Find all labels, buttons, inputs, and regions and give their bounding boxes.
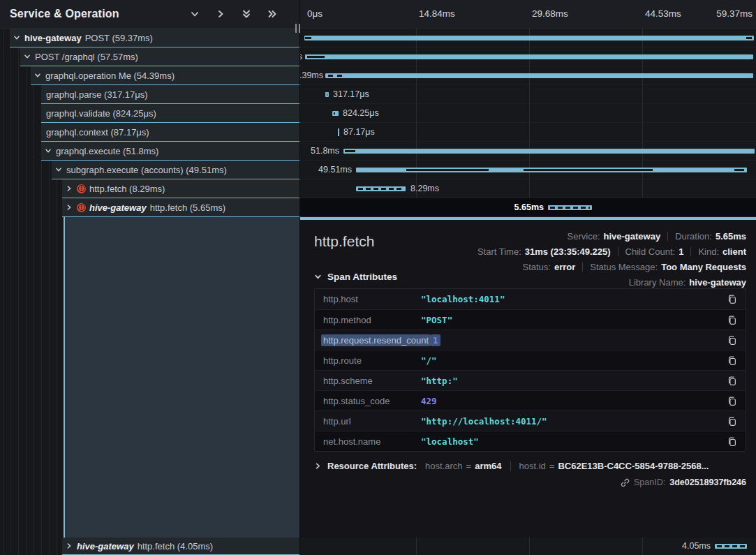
span-label: graphql.parse (317.17μs) [46,89,148,100]
span-bar[interactable] [332,111,339,116]
span-bar[interactable] [715,544,747,549]
span-bar-row[interactable]: 87.17μs [300,123,756,142]
chevron-right-icon [314,462,322,470]
span-bar-row[interactable]: 49.51ms [300,161,756,179]
attribute-row[interactable]: http.status_code 429 [315,390,746,410]
span-label: graphql.execute (51.8ms) [56,146,158,156]
span-duration-label: 317.17μs [333,85,369,104]
span-bar-row[interactable]: 317.17μs [300,85,756,104]
span-row-post-graphql[interactable]: POST /graphql (57.57ms) [20,47,299,66]
span-label: subgraph.execute (accounts) (49.51ms) [66,165,227,175]
span-row-graphql-parse[interactable]: graphql.parse (317.17μs) [41,85,299,104]
span-service-name: hive-gateway [77,541,134,552]
span-bar-row[interactable] [300,29,756,47]
resource-attributes-row[interactable]: Resource Attributes: host.arch = arm64 h… [314,461,746,471]
meta-value: hive-gateway [604,231,661,242]
attribute-value: "http:" [421,376,458,386]
span-bar-row[interactable]: 8.29ms [300,179,756,198]
span-duration-label: 8.29ms [410,179,439,198]
span-duration-label: 4.05ms [682,538,711,555]
span-bar-row-selected[interactable]: 5.65ms [300,198,756,217]
attribute-row[interactable]: http.route "/" [315,350,746,370]
section-title: Resource Attributes: [327,461,417,471]
span-bar-row[interactable]: 4.05ms [300,538,756,555]
chevron-down-icon[interactable] [13,34,21,42]
selected-span-detail-spacer [64,217,300,538]
equals-sign: = [549,461,555,471]
collapse-one-icon[interactable] [190,9,200,19]
span-service-name: hive-gateway [89,202,147,213]
expand-one-icon[interactable] [216,9,225,19]
span-bar[interactable] [305,54,753,59]
meta-label: Kind: [698,246,719,257]
copy-icon[interactable] [727,335,737,346]
attribute-row[interactable]: http.host "localhost:4011" [315,289,746,309]
resource-key: host.arch [425,461,462,471]
copy-icon[interactable] [727,294,737,304]
span-row-http-fetch-4ms[interactable]: hive-gateway http.fetch (4.05ms) [62,538,299,555]
span-row-graphql-operation[interactable]: graphql.operation Me (54.39ms) [31,66,299,85]
chevron-right-icon[interactable] [65,542,73,550]
panel-resize-handle-icon[interactable] [295,24,300,33]
copy-icon[interactable] [727,436,737,447]
span-bar[interactable] [356,168,747,172]
meta-value: client [722,246,746,257]
attribute-row[interactable]: http.scheme "http:" [315,370,746,390]
attribute-key: http.status_code [323,396,421,406]
link-icon[interactable] [621,478,630,487]
span-bar[interactable] [548,205,592,210]
attribute-value: 429 [421,396,437,406]
span-row-graphql-context[interactable]: graphql.context (87.17μs) [41,123,299,142]
attribute-row[interactable]: http.url "http://localhost:4011/" [315,410,746,431]
chevron-down-icon[interactable] [54,165,63,174]
meta-line: Status:error Status Message:Too Many Req… [477,259,746,274]
chevron-down-icon [314,273,322,281]
span-bar-row[interactable]: 51.8ms [300,142,756,161]
span-row-subgraph-execute[interactable]: subgraph.execute (accounts) (49.51ms) [52,161,299,179]
copy-icon[interactable] [727,416,737,427]
copy-icon[interactable] [727,315,737,325]
span-label: graphql.validate (824.25μs) [46,108,156,119]
attribute-key: http.route [323,355,421,366]
span-bar-row[interactable]: 54.39ms [300,66,756,85]
axis-tick: 44.53ms [645,8,681,19]
chevron-down-icon[interactable] [44,147,52,155]
attribute-row[interactable]: net.host.name "localhost" [315,431,746,451]
chevron-right-icon[interactable] [65,184,73,193]
attribute-value: "POST" [421,315,452,325]
meta-value: hive-gateway [689,277,746,288]
span-service-name: hive-gateway [24,33,82,43]
attribute-row-selected-text[interactable]: http.request.resend_count 1 [315,330,746,350]
span-duration-label: 824.25μs [343,104,379,123]
span-row-http-fetch-8ms[interactable]: http.fetch (8.29ms) [62,179,299,198]
span-attributes-table: http.host "localhost:4011" http.method "… [314,288,746,452]
span-bar[interactable] [343,149,755,154]
collapse-all-icon[interactable] [242,9,251,19]
span-bar[interactable] [304,36,754,40]
chevron-right-icon[interactable] [65,203,73,212]
span-bar[interactable] [338,128,339,136]
axis-tick: 59.37ms [716,8,753,19]
copy-icon[interactable] [727,396,737,406]
span-row-hive-gateway-post[interactable]: hive-gateway POST (59.37ms) [10,29,299,47]
meta-value: 1 [679,246,683,257]
axis-tick: 29.68ms [532,8,568,19]
meta-value: error [554,262,575,272]
attribute-value: 1 [431,335,440,346]
span-bar[interactable] [356,186,406,191]
span-row-graphql-execute[interactable]: graphql.execute (51.8ms) [41,142,299,161]
copy-icon[interactable] [727,355,737,366]
chevron-down-icon[interactable] [34,71,42,80]
span-row-http-fetch-5ms-selected[interactable]: hive-gateway http.fetch (5.65ms) [62,198,299,217]
span-bar-row[interactable]: 57.57ms [300,47,756,66]
copy-icon[interactable] [727,376,737,386]
attribute-value: "localhost:4011" [421,294,505,304]
span-label: http.fetch (5.65ms) [150,202,225,213]
expand-all-icon[interactable] [267,9,277,19]
attribute-row[interactable]: http.method "POST" [315,309,746,330]
span-row-graphql-validate[interactable]: graphql.validate (824.25μs) [41,104,299,123]
chevron-down-icon[interactable] [23,52,31,61]
span-bar-row[interactable]: 824.25μs [300,104,756,123]
span-bar[interactable] [325,73,753,78]
span-bar[interactable] [325,92,329,97]
